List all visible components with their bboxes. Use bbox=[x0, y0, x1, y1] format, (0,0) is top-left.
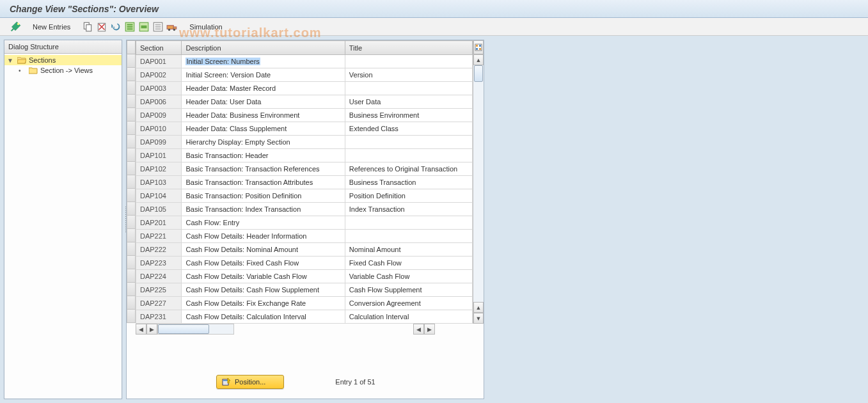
vscroll-track[interactable] bbox=[473, 65, 484, 302]
position-button[interactable]: Position... bbox=[216, 375, 284, 389]
deselect-all-icon[interactable] bbox=[152, 21, 164, 33]
row-selector[interactable] bbox=[127, 242, 136, 256]
row-selector[interactable] bbox=[127, 269, 136, 283]
cell-section[interactable]: DAP104 bbox=[136, 189, 182, 203]
column-header-description[interactable]: Description bbox=[182, 41, 345, 55]
select-all-icon[interactable] bbox=[124, 21, 136, 33]
cell-section[interactable]: DAP010 bbox=[136, 122, 182, 136]
table-config-icon[interactable] bbox=[473, 40, 484, 54]
tree-item-sections[interactable]: ▼ Sections bbox=[4, 55, 122, 65]
table-row[interactable]: DAP231Cash Flow Details: Calculation Int… bbox=[136, 310, 473, 324]
cell-description[interactable]: Header Data: Master Record bbox=[182, 82, 345, 95]
cell-section[interactable]: DAP223 bbox=[136, 257, 182, 270]
cell-description[interactable]: Basic Transaction: Transaction Attribute… bbox=[182, 176, 345, 189]
cell-section[interactable]: DAP101 bbox=[136, 149, 182, 162]
cell-section[interactable]: DAP001 bbox=[136, 55, 182, 68]
table-row[interactable]: DAP201Cash Flow: Entry bbox=[136, 216, 473, 230]
column-header-section[interactable]: Section bbox=[136, 41, 182, 55]
table-row[interactable]: DAP099Hierarchy Display: Empty Section bbox=[136, 136, 473, 149]
cell-title[interactable]: Position Definition bbox=[345, 189, 472, 203]
hscroll-right2-icon[interactable]: ▶ bbox=[424, 324, 435, 335]
cell-section[interactable]: DAP225 bbox=[136, 283, 182, 297]
cell-section[interactable]: DAP006 bbox=[136, 95, 182, 109]
cell-description[interactable]: Basic Transaction: Index Transaction bbox=[182, 203, 345, 216]
table-row[interactable]: DAP223Cash Flow Details: Fixed Cash Flow… bbox=[136, 257, 473, 270]
vertical-scrollbar[interactable]: ▲ ▲ ▼ bbox=[473, 40, 484, 324]
cell-description[interactable]: Cash Flow Details: Fixed Cash Flow bbox=[182, 257, 345, 270]
cell-title[interactable]: User Data bbox=[345, 95, 472, 109]
scroll-up-icon[interactable]: ▲ bbox=[473, 54, 484, 65]
table-row[interactable]: DAP009Header Data: Business EnvironmentB… bbox=[136, 109, 473, 122]
hscroll-left2-icon[interactable]: ◀ bbox=[413, 324, 424, 335]
cell-description[interactable]: Cash Flow Details: Fix Exchange Rate bbox=[182, 297, 345, 310]
horizontal-scrollbar[interactable]: ◀ ▶ ◀ ▶ bbox=[127, 324, 484, 335]
table-row[interactable]: DAP103Basic Transaction: Transaction Att… bbox=[136, 176, 473, 189]
panel-resize-handle[interactable] bbox=[125, 207, 129, 232]
row-selector[interactable] bbox=[127, 148, 136, 162]
undo-icon[interactable] bbox=[110, 21, 122, 33]
row-selector[interactable] bbox=[127, 256, 136, 269]
cell-description[interactable]: Hierarchy Display: Empty Section bbox=[182, 136, 345, 149]
vscroll-thumb[interactable] bbox=[474, 65, 483, 82]
cell-title[interactable]: Version bbox=[345, 68, 472, 82]
copy-icon[interactable] bbox=[82, 21, 93, 33]
cell-title[interactable] bbox=[345, 136, 472, 149]
row-selector[interactable] bbox=[127, 189, 136, 202]
cell-section[interactable]: DAP003 bbox=[136, 82, 182, 95]
cell-title[interactable]: Extended Class bbox=[345, 122, 472, 136]
table-row[interactable]: DAP227Cash Flow Details: Fix Exchange Ra… bbox=[136, 297, 473, 310]
cell-description[interactable]: Basic Transaction: Header bbox=[182, 149, 345, 162]
simulation-button[interactable]: Simulation bbox=[185, 22, 226, 32]
cell-title[interactable]: References to Original Transaction bbox=[345, 162, 472, 176]
table-row[interactable]: DAP224Cash Flow Details: Variable Cash F… bbox=[136, 270, 473, 283]
cell-description[interactable]: Initial Screen: Version Date bbox=[182, 68, 345, 82]
toggle-display-icon[interactable] bbox=[10, 21, 21, 33]
cell-section[interactable]: DAP099 bbox=[136, 136, 182, 149]
cell-description[interactable]: Header Data: Business Environment bbox=[182, 109, 345, 122]
scroll-down-icon[interactable]: ▼ bbox=[473, 313, 484, 324]
row-selector[interactable] bbox=[127, 135, 136, 148]
row-selector[interactable] bbox=[127, 95, 136, 108]
cell-title[interactable] bbox=[345, 230, 472, 243]
cell-section[interactable]: DAP103 bbox=[136, 176, 182, 189]
cell-section[interactable]: DAP002 bbox=[136, 68, 182, 82]
table-row[interactable]: DAP225Cash Flow Details: Cash Flow Suppl… bbox=[136, 283, 473, 297]
cell-title[interactable] bbox=[345, 149, 472, 162]
tree-collapse-icon[interactable]: ▼ bbox=[7, 57, 15, 64]
cell-section[interactable]: DAP222 bbox=[136, 243, 182, 257]
table-row[interactable]: DAP221Cash Flow Details: Header Informat… bbox=[136, 230, 473, 243]
cell-title[interactable] bbox=[345, 216, 472, 230]
row-selector[interactable] bbox=[127, 122, 136, 135]
hscroll-right-icon[interactable]: ▶ bbox=[146, 324, 157, 335]
row-selector[interactable] bbox=[127, 81, 136, 95]
cell-title[interactable]: Conversion Agreement bbox=[345, 297, 472, 310]
cell-section[interactable]: DAP227 bbox=[136, 297, 182, 310]
cell-description[interactable]: Cash Flow Details: Header Information bbox=[182, 230, 345, 243]
cell-description[interactable]: Basic Transaction: Transaction Reference… bbox=[182, 162, 345, 176]
cell-title[interactable] bbox=[345, 82, 472, 95]
table-row[interactable]: DAP001Initial Screen: Numbers bbox=[136, 55, 473, 68]
table-row[interactable]: DAP222Cash Flow Details: Nominal AmountN… bbox=[136, 243, 473, 257]
cell-section[interactable]: DAP201 bbox=[136, 216, 182, 230]
table-row[interactable]: DAP101Basic Transaction: Header bbox=[136, 149, 473, 162]
row-selector[interactable] bbox=[127, 68, 136, 81]
row-selector[interactable] bbox=[127, 54, 136, 68]
cell-section[interactable]: DAP102 bbox=[136, 162, 182, 176]
row-selector[interactable] bbox=[127, 108, 136, 122]
cell-description[interactable]: Cash Flow Details: Calculation Interval bbox=[182, 310, 345, 324]
row-selector[interactable] bbox=[127, 162, 136, 175]
row-selector[interactable] bbox=[127, 296, 136, 310]
table-row[interactable]: DAP002Initial Screen: Version DateVersio… bbox=[136, 68, 473, 82]
cell-description[interactable]: Header Data: Class Supplement bbox=[182, 122, 345, 136]
transport-icon[interactable] bbox=[166, 21, 178, 33]
table-row[interactable]: DAP104Basic Transaction: Position Defini… bbox=[136, 189, 473, 203]
row-selector[interactable] bbox=[127, 175, 136, 189]
scroll-step-up-icon[interactable]: ▲ bbox=[473, 302, 484, 313]
new-entries-button[interactable]: New Entries bbox=[29, 22, 74, 32]
table-row[interactable]: DAP006Header Data: User DataUser Data bbox=[136, 95, 473, 109]
select-block-icon[interactable] bbox=[138, 21, 150, 33]
cell-title[interactable] bbox=[345, 55, 472, 68]
row-selector[interactable] bbox=[127, 283, 136, 296]
cell-title[interactable]: Variable Cash Flow bbox=[345, 270, 472, 283]
cell-title[interactable]: Index Transaction bbox=[345, 203, 472, 216]
